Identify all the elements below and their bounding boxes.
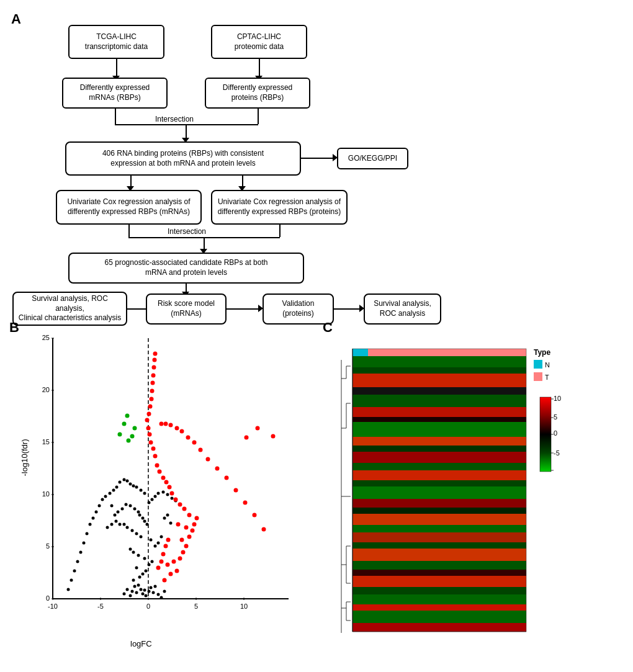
svg-rect-230 [352,623,526,632]
svg-text:N: N [545,361,550,369]
svg-point-116 [175,569,179,573]
svg-point-33 [150,586,153,589]
arrow-406-gokegg [301,158,335,159]
svg-point-44 [138,576,141,579]
svg-rect-229 [352,611,526,623]
svg-point-78 [121,508,124,511]
svg-rect-216 [352,499,526,508]
svg-point-59 [135,532,138,535]
cox-mrna-box: Univariate Cox regression analysis ofdif… [56,190,202,225]
svg-point-110 [76,560,79,563]
svg-point-57 [160,535,163,539]
svg-text:0: 0 [46,594,50,602]
svg-point-119 [178,557,182,561]
svg-point-173 [166,538,171,542]
de-prot-box: Differently expressedproteins (RBPs) [205,78,310,109]
svg-point-25 [135,591,138,594]
svg-point-162 [206,457,210,462]
svg-point-105 [92,517,95,520]
svg-point-171 [161,552,166,557]
svg-point-178 [127,439,131,443]
svg-point-169 [156,566,161,570]
svg-point-153 [153,352,158,356]
svg-point-64 [115,520,118,523]
svg-text:5: 5 [554,413,557,421]
svg-rect-204 [352,387,526,395]
svg-point-31 [145,594,148,598]
svg-point-79 [117,511,120,514]
svg-point-138 [155,464,159,468]
svg-point-126 [176,522,181,527]
svg-point-93 [115,486,119,489]
svg-point-121 [184,544,189,549]
rbp-65-box: 65 prognostic-associated candidate RBPs … [68,253,304,284]
svg-rect-210 [352,446,526,452]
svg-text:0: 0 [146,603,150,610]
svg-point-37 [126,588,129,591]
svg-point-168 [262,527,266,532]
intersection-label-1: Intersection [155,115,194,123]
svg-rect-213 [352,470,526,480]
panel-c: Type N T [316,316,633,664]
x-axis-label: logFC [130,639,152,648]
svg-point-84 [154,495,157,498]
svg-point-67 [163,517,166,520]
svg-point-180 [118,432,122,437]
svg-rect-208 [352,422,526,437]
svg-point-49 [151,560,154,563]
svg-point-111 [73,570,76,573]
svg-point-170 [159,560,164,564]
svg-rect-226 [352,587,526,594]
svg-point-141 [149,441,153,445]
svg-point-70 [146,523,149,526]
svg-point-26 [140,588,143,591]
svg-rect-215 [352,486,526,499]
svg-point-46 [145,570,148,573]
svg-rect-239 [540,397,551,472]
svg-point-151 [152,365,156,370]
svg-rect-202 [352,367,526,374]
svg-point-50 [143,557,146,560]
svg-rect-212 [352,463,526,470]
svg-point-38 [123,593,126,596]
panel-b: -log10(fdr) logFC 0 5 10 15 20 25 [6,316,310,664]
svg-point-40 [160,596,163,599]
svg-point-68 [166,514,169,517]
svg-point-131 [178,503,182,507]
svg-point-32 [148,590,151,593]
svg-rect-211 [352,452,526,463]
svg-point-94 [112,489,115,492]
svg-point-146 [148,405,153,409]
svg-point-48 [148,563,151,567]
svg-point-165 [234,488,238,493]
svg-point-41 [154,585,157,588]
svg-rect-237 [534,372,542,381]
svg-point-71 [143,520,146,523]
svg-point-132 [174,498,178,502]
svg-rect-222 [352,549,526,561]
svg-rect-214 [352,480,526,486]
svg-point-115 [169,572,173,576]
svg-point-122 [180,538,184,542]
rbp-406-box: 406 RNA binding proteins (RBPs) with con… [65,141,301,176]
svg-point-182 [125,414,130,418]
svg-rect-207 [352,417,526,422]
svg-rect-223 [352,561,526,570]
arrow-demrna-intersect [115,109,116,124]
svg-rect-205 [352,395,526,407]
svg-point-80 [114,514,117,517]
svg-point-55 [157,542,160,545]
svg-point-91 [123,478,126,482]
svg-point-137 [158,470,162,474]
svg-text:10: 10 [554,395,561,402]
svg-point-65 [110,523,114,526]
arrow-coxmrna-intersect2 [128,225,130,237]
svg-point-156 [169,423,173,428]
svg-point-113 [67,588,70,591]
svg-point-128 [195,516,199,521]
svg-point-72 [141,517,145,520]
svg-point-53 [129,548,132,551]
svg-rect-221 [352,542,526,549]
svg-point-152 [153,358,157,362]
svg-text:15: 15 [42,438,50,446]
